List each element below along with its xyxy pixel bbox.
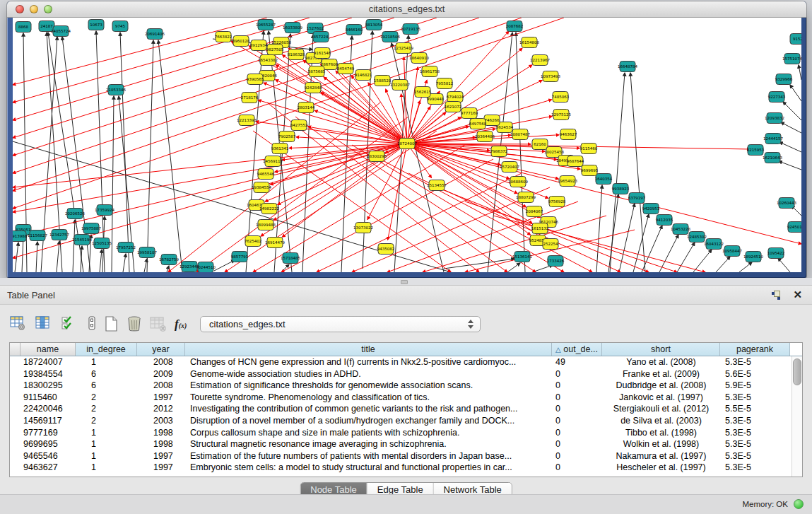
table-cell[interactable]: de Silva et al. (2003) [602, 415, 720, 427]
citation-edge-black[interactable] [693, 250, 712, 272]
table-cell[interactable]: 5.3E-5 [720, 450, 790, 462]
citation-edge-black[interactable] [716, 257, 730, 272]
table-cell[interactable]: Jankovic et al. (1997) [602, 392, 720, 404]
citation-edge-black[interactable] [214, 260, 235, 271]
column-header-pagerank[interactable]: pagerank [720, 343, 790, 356]
select-rows-icon[interactable] [61, 315, 78, 334]
table-cell[interactable]: Tourette syndrome. Phenomenology and cla… [185, 392, 552, 404]
citation-edge-black[interactable] [779, 142, 801, 152]
column-header-title[interactable]: title [185, 343, 552, 356]
column-header-in_degree[interactable]: in_degree [76, 343, 137, 356]
table-cell[interactable]: 5.3E-5 [720, 427, 790, 439]
table-row[interactable]: 1830029562008Estimation of significance … [10, 380, 802, 392]
table-cell[interactable]: 1 [76, 438, 137, 450]
table-row[interactable]: 977716911998Corpus callosum shape and si… [10, 427, 802, 439]
table-cell[interactable]: 0 [552, 427, 602, 439]
citation-edge-black[interactable] [123, 254, 126, 272]
citation-edge-black[interactable] [120, 33, 129, 272]
table-cell[interactable]: 1 [76, 450, 137, 462]
citation-edge-red[interactable] [281, 159, 493, 272]
citation-edge-red[interactable] [407, 67, 418, 144]
table-cell[interactable]: 1997 [137, 392, 185, 404]
citation-edge-black[interactable] [144, 259, 147, 272]
table-cell[interactable]: 5.3E-5 [720, 438, 790, 450]
delete-table-icon[interactable] [126, 315, 143, 334]
table-cell[interactable]: 2008 [137, 380, 185, 392]
citation-edge-red[interactable] [278, 144, 407, 204]
table-cell[interactable]: 1 [76, 462, 137, 474]
citation-edge-red[interactable] [296, 137, 407, 144]
citation-edge-black[interactable] [516, 33, 525, 272]
table-cell[interactable]: 2003 [137, 415, 185, 427]
table-cell[interactable]: 5.6E-5 [720, 368, 790, 380]
table-row[interactable]: 946554611997Estimation of the future num… [10, 450, 802, 462]
citation-edge-black[interactable] [781, 122, 801, 133]
new-table-icon[interactable] [103, 315, 120, 334]
citation-edge-black[interactable] [444, 259, 514, 269]
table-cell[interactable]: Tibbo et al. (1998) [602, 427, 720, 439]
table-cell[interactable]: Genome-wide association studies in ADHD. [185, 368, 552, 380]
table-cell[interactable]: 0 [552, 403, 602, 415]
citation-edge-black[interactable] [630, 73, 645, 272]
citation-edge-red[interactable] [13, 18, 394, 138]
table-cell[interactable]: 9465546 [20, 450, 76, 462]
table-cell[interactable]: 0 [552, 450, 602, 462]
network-table-select[interactable]: citations_edges.txt [200, 316, 481, 332]
table-row[interactable]: 911546021997Tourette syndrome. Phenomeno… [10, 392, 802, 404]
table-cell[interactable]: 0 [552, 438, 602, 450]
citation-edge-black[interactable] [677, 243, 695, 272]
memory-ok-icon[interactable] [794, 499, 804, 509]
table-cell[interactable]: Structural magnetic resonance image aver… [185, 438, 552, 450]
table-cell[interactable]: Investigating the contribution of common… [185, 403, 552, 415]
table-cell[interactable]: 22420046 [20, 403, 76, 415]
table-cell[interactable]: 49 [552, 356, 602, 368]
table-cell[interactable]: Hescheler et al. (1997) [602, 462, 720, 474]
citation-graph[interactable]: 8868241872405572410673974520691406160338… [13, 18, 801, 272]
citation-edge-black[interactable] [790, 85, 801, 101]
citation-edge-black[interactable] [799, 65, 801, 80]
citation-edge-red[interactable] [407, 144, 801, 244]
float-panel-icon[interactable] [772, 291, 781, 300]
table-cell[interactable]: 2 [76, 403, 137, 415]
table-cell[interactable]: Changes of HCN gene expression and I(f) … [185, 356, 552, 368]
table-cell[interactable]: 14569117 [20, 415, 76, 427]
table-cell[interactable]: 0 [552, 368, 602, 380]
citation-edge-black[interactable] [167, 266, 169, 272]
citation-edge-black[interactable] [739, 262, 752, 272]
table-cell[interactable]: Yano et al. (2008) [602, 356, 720, 368]
column-header-year[interactable]: year [137, 343, 185, 356]
network-canvas[interactable]: 8868241872405572410673974520691406160338… [13, 18, 801, 272]
vertical-scrollbar[interactable] [792, 356, 802, 477]
citation-edge-red[interactable] [407, 144, 548, 198]
table-row[interactable]: 1872400712008Changes of HCN gene express… [10, 356, 802, 368]
citation-edge-black[interactable] [659, 235, 678, 272]
table-cell[interactable]: 5.5E-5 [720, 403, 790, 415]
table-row[interactable]: 946362711997Embryonic stem cells: a mode… [10, 462, 802, 474]
column-header-short[interactable]: short [602, 343, 720, 356]
table-row[interactable]: 2242004622012Investigating the contribut… [10, 403, 802, 415]
table-cell[interactable]: 2008 [137, 356, 185, 368]
table-cell[interactable]: Wolkin et al. (1998) [602, 438, 720, 450]
table-mode-icon[interactable] [84, 315, 101, 334]
table-cell[interactable]: 0 [552, 462, 602, 474]
table-cell[interactable]: Embryonic stem cells: a model to study s… [185, 462, 552, 474]
table-cell[interactable]: 9463627 [20, 462, 76, 474]
citation-edge-black[interactable] [73, 220, 75, 272]
table-cell[interactable]: 1 [76, 427, 137, 439]
table-row[interactable]: 969969511998Structural magnetic resonanc… [10, 438, 802, 450]
table-cell[interactable]: 1997 [137, 462, 185, 474]
table-cell[interactable]: 0 [552, 415, 602, 427]
citation-edge-black[interactable] [633, 214, 649, 272]
function-builder-icon[interactable]: f(x) [175, 317, 192, 336]
citation-edge-black[interactable] [619, 204, 635, 272]
column-header-out_de[interactable]: △ out_de... [552, 343, 602, 356]
table-cell[interactable]: Stergiakouli et al. (2012) [602, 403, 720, 415]
table-cell[interactable]: 2012 [137, 403, 185, 415]
table-cell[interactable]: Dudbridge et al. (2008) [602, 380, 720, 392]
table-cell[interactable]: 6 [76, 368, 137, 380]
citation-edge-black[interactable] [783, 102, 801, 120]
table-cell[interactable]: 5.3E-5 [720, 392, 790, 404]
window-titlebar[interactable]: citations_edges.txt [7, 1, 806, 18]
citation-edge-black[interactable] [96, 31, 105, 272]
table-cell[interactable]: 1 [76, 356, 137, 368]
